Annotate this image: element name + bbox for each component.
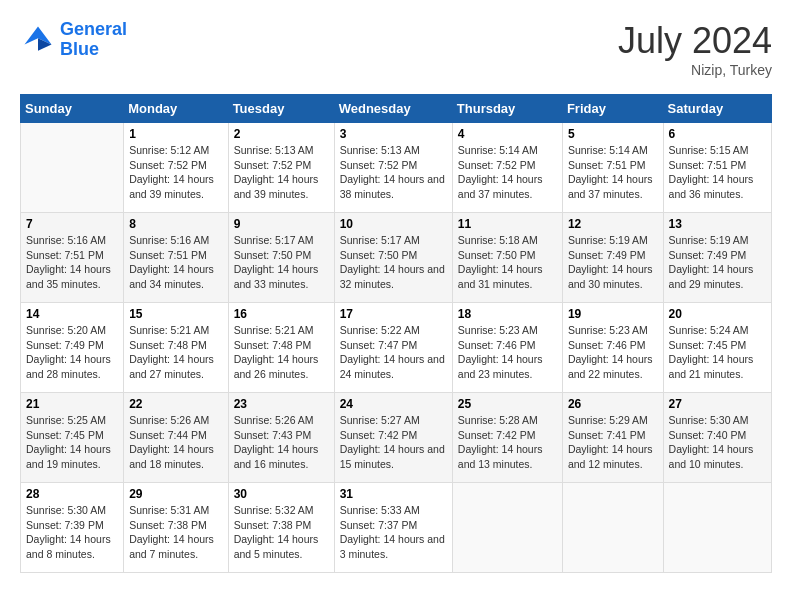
daylight-text: Daylight: 14 hours and 39 minutes. bbox=[234, 172, 329, 201]
day-info: Sunrise: 5:30 AM Sunset: 7:39 PM Dayligh… bbox=[26, 503, 118, 562]
weekday-header-thursday: Thursday bbox=[452, 95, 562, 123]
day-info: Sunrise: 5:26 AM Sunset: 7:43 PM Dayligh… bbox=[234, 413, 329, 472]
day-number: 17 bbox=[340, 307, 447, 321]
calendar-cell: 24 Sunrise: 5:27 AM Sunset: 7:42 PM Dayl… bbox=[334, 393, 452, 483]
calendar-cell: 9 Sunrise: 5:17 AM Sunset: 7:50 PM Dayli… bbox=[228, 213, 334, 303]
sunset-text: Sunset: 7:49 PM bbox=[568, 248, 658, 263]
day-number: 10 bbox=[340, 217, 447, 231]
sunset-text: Sunset: 7:48 PM bbox=[234, 338, 329, 353]
sunrise-text: Sunrise: 5:33 AM bbox=[340, 503, 447, 518]
calendar-cell: 7 Sunrise: 5:16 AM Sunset: 7:51 PM Dayli… bbox=[21, 213, 124, 303]
calendar-cell: 23 Sunrise: 5:26 AM Sunset: 7:43 PM Dayl… bbox=[228, 393, 334, 483]
calendar-table: SundayMondayTuesdayWednesdayThursdayFrid… bbox=[20, 94, 772, 573]
day-number: 27 bbox=[669, 397, 766, 411]
calendar-cell: 4 Sunrise: 5:14 AM Sunset: 7:52 PM Dayli… bbox=[452, 123, 562, 213]
day-number: 14 bbox=[26, 307, 118, 321]
day-info: Sunrise: 5:26 AM Sunset: 7:44 PM Dayligh… bbox=[129, 413, 222, 472]
sunset-text: Sunset: 7:47 PM bbox=[340, 338, 447, 353]
sunrise-text: Sunrise: 5:23 AM bbox=[568, 323, 658, 338]
sunrise-text: Sunrise: 5:17 AM bbox=[234, 233, 329, 248]
calendar-cell: 19 Sunrise: 5:23 AM Sunset: 7:46 PM Dayl… bbox=[562, 303, 663, 393]
daylight-text: Daylight: 14 hours and 10 minutes. bbox=[669, 442, 766, 471]
calendar-week-row: 28 Sunrise: 5:30 AM Sunset: 7:39 PM Dayl… bbox=[21, 483, 772, 573]
daylight-text: Daylight: 14 hours and 16 minutes. bbox=[234, 442, 329, 471]
sunset-text: Sunset: 7:50 PM bbox=[234, 248, 329, 263]
calendar-cell: 6 Sunrise: 5:15 AM Sunset: 7:51 PM Dayli… bbox=[663, 123, 771, 213]
day-number: 4 bbox=[458, 127, 557, 141]
day-number: 6 bbox=[669, 127, 766, 141]
sunrise-text: Sunrise: 5:30 AM bbox=[669, 413, 766, 428]
day-info: Sunrise: 5:16 AM Sunset: 7:51 PM Dayligh… bbox=[26, 233, 118, 292]
sunset-text: Sunset: 7:49 PM bbox=[26, 338, 118, 353]
sunrise-text: Sunrise: 5:13 AM bbox=[340, 143, 447, 158]
calendar-week-row: 7 Sunrise: 5:16 AM Sunset: 7:51 PM Dayli… bbox=[21, 213, 772, 303]
day-number: 24 bbox=[340, 397, 447, 411]
sunset-text: Sunset: 7:45 PM bbox=[26, 428, 118, 443]
calendar-cell bbox=[21, 123, 124, 213]
daylight-text: Daylight: 14 hours and 5 minutes. bbox=[234, 532, 329, 561]
day-info: Sunrise: 5:27 AM Sunset: 7:42 PM Dayligh… bbox=[340, 413, 447, 472]
day-info: Sunrise: 5:21 AM Sunset: 7:48 PM Dayligh… bbox=[234, 323, 329, 382]
sunrise-text: Sunrise: 5:26 AM bbox=[129, 413, 222, 428]
day-number: 31 bbox=[340, 487, 447, 501]
sunset-text: Sunset: 7:42 PM bbox=[458, 428, 557, 443]
sunset-text: Sunset: 7:42 PM bbox=[340, 428, 447, 443]
sunset-text: Sunset: 7:51 PM bbox=[129, 248, 222, 263]
day-info: Sunrise: 5:12 AM Sunset: 7:52 PM Dayligh… bbox=[129, 143, 222, 202]
sunrise-text: Sunrise: 5:21 AM bbox=[129, 323, 222, 338]
day-number: 8 bbox=[129, 217, 222, 231]
calendar-cell: 15 Sunrise: 5:21 AM Sunset: 7:48 PM Dayl… bbox=[124, 303, 228, 393]
weekday-header-friday: Friday bbox=[562, 95, 663, 123]
sunset-text: Sunset: 7:38 PM bbox=[129, 518, 222, 533]
sunset-text: Sunset: 7:52 PM bbox=[234, 158, 329, 173]
sunrise-text: Sunrise: 5:12 AM bbox=[129, 143, 222, 158]
day-info: Sunrise: 5:15 AM Sunset: 7:51 PM Dayligh… bbox=[669, 143, 766, 202]
sunset-text: Sunset: 7:46 PM bbox=[568, 338, 658, 353]
weekday-header-row: SundayMondayTuesdayWednesdayThursdayFrid… bbox=[21, 95, 772, 123]
location-subtitle: Nizip, Turkey bbox=[618, 62, 772, 78]
weekday-header-sunday: Sunday bbox=[21, 95, 124, 123]
day-number: 26 bbox=[568, 397, 658, 411]
daylight-text: Daylight: 14 hours and 34 minutes. bbox=[129, 262, 222, 291]
daylight-text: Daylight: 14 hours and 37 minutes. bbox=[568, 172, 658, 201]
day-info: Sunrise: 5:14 AM Sunset: 7:51 PM Dayligh… bbox=[568, 143, 658, 202]
daylight-text: Daylight: 14 hours and 37 minutes. bbox=[458, 172, 557, 201]
daylight-text: Daylight: 14 hours and 8 minutes. bbox=[26, 532, 118, 561]
daylight-text: Daylight: 14 hours and 22 minutes. bbox=[568, 352, 658, 381]
sunrise-text: Sunrise: 5:14 AM bbox=[568, 143, 658, 158]
sunset-text: Sunset: 7:37 PM bbox=[340, 518, 447, 533]
calendar-cell: 17 Sunrise: 5:22 AM Sunset: 7:47 PM Dayl… bbox=[334, 303, 452, 393]
day-info: Sunrise: 5:19 AM Sunset: 7:49 PM Dayligh… bbox=[568, 233, 658, 292]
sunrise-text: Sunrise: 5:16 AM bbox=[129, 233, 222, 248]
day-number: 15 bbox=[129, 307, 222, 321]
daylight-text: Daylight: 14 hours and 12 minutes. bbox=[568, 442, 658, 471]
sunrise-text: Sunrise: 5:22 AM bbox=[340, 323, 447, 338]
calendar-cell: 1 Sunrise: 5:12 AM Sunset: 7:52 PM Dayli… bbox=[124, 123, 228, 213]
day-info: Sunrise: 5:31 AM Sunset: 7:38 PM Dayligh… bbox=[129, 503, 222, 562]
calendar-cell: 21 Sunrise: 5:25 AM Sunset: 7:45 PM Dayl… bbox=[21, 393, 124, 483]
day-info: Sunrise: 5:28 AM Sunset: 7:42 PM Dayligh… bbox=[458, 413, 557, 472]
day-number: 18 bbox=[458, 307, 557, 321]
sunset-text: Sunset: 7:50 PM bbox=[458, 248, 557, 263]
daylight-text: Daylight: 14 hours and 15 minutes. bbox=[340, 442, 447, 471]
sunrise-text: Sunrise: 5:32 AM bbox=[234, 503, 329, 518]
calendar-week-row: 21 Sunrise: 5:25 AM Sunset: 7:45 PM Dayl… bbox=[21, 393, 772, 483]
daylight-text: Daylight: 14 hours and 21 minutes. bbox=[669, 352, 766, 381]
day-number: 21 bbox=[26, 397, 118, 411]
calendar-cell: 14 Sunrise: 5:20 AM Sunset: 7:49 PM Dayl… bbox=[21, 303, 124, 393]
calendar-week-row: 14 Sunrise: 5:20 AM Sunset: 7:49 PM Dayl… bbox=[21, 303, 772, 393]
day-number: 19 bbox=[568, 307, 658, 321]
daylight-text: Daylight: 14 hours and 23 minutes. bbox=[458, 352, 557, 381]
sunset-text: Sunset: 7:39 PM bbox=[26, 518, 118, 533]
calendar-cell bbox=[663, 483, 771, 573]
day-number: 3 bbox=[340, 127, 447, 141]
daylight-text: Daylight: 14 hours and 32 minutes. bbox=[340, 262, 447, 291]
calendar-cell: 18 Sunrise: 5:23 AM Sunset: 7:46 PM Dayl… bbox=[452, 303, 562, 393]
weekday-header-tuesday: Tuesday bbox=[228, 95, 334, 123]
calendar-cell: 29 Sunrise: 5:31 AM Sunset: 7:38 PM Dayl… bbox=[124, 483, 228, 573]
daylight-text: Daylight: 14 hours and 33 minutes. bbox=[234, 262, 329, 291]
sunrise-text: Sunrise: 5:19 AM bbox=[669, 233, 766, 248]
calendar-cell bbox=[562, 483, 663, 573]
daylight-text: Daylight: 14 hours and 31 minutes. bbox=[458, 262, 557, 291]
daylight-text: Daylight: 14 hours and 29 minutes. bbox=[669, 262, 766, 291]
